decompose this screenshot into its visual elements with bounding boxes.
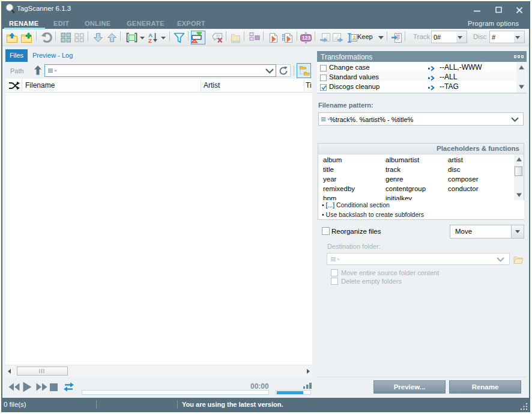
svg-text:Z: Z [148,37,152,43]
svg-text:123: 123 [302,35,310,41]
